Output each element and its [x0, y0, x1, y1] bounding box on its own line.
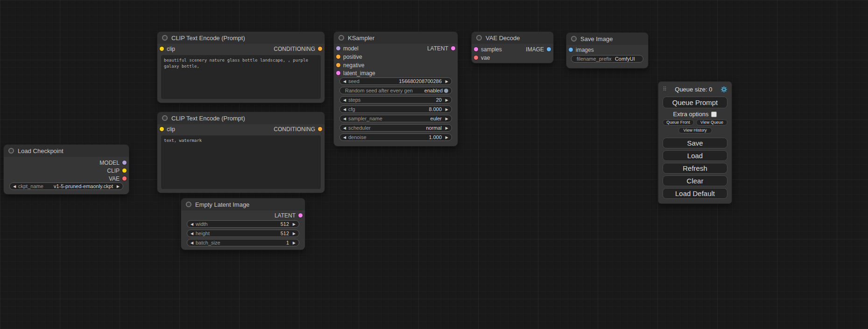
widget-scheduler[interactable]: ◀ scheduler normal ▶ — [339, 124, 452, 132]
save-button[interactable]: Save — [663, 138, 727, 148]
increment-arrow-icon[interactable]: ▶ — [443, 117, 448, 121]
output-port-image[interactable]: IMAGE — [526, 46, 551, 52]
refresh-button[interactable]: Refresh — [663, 163, 727, 174]
increment-arrow-icon[interactable]: ▶ — [443, 135, 448, 140]
widget-steps[interactable]: ◀ steps 20 ▶ — [339, 96, 452, 104]
output-port-model[interactable]: MODEL — [99, 160, 127, 166]
widget-width[interactable]: ◀ width 512 ▶ — [187, 220, 299, 228]
extra-options-checkbox[interactable] — [711, 112, 717, 117]
input-port-vae[interactable]: vae — [474, 55, 490, 61]
widget-ckpt-name[interactable]: ◀ ckpt_name v1-5-pruned-emaonly.ckpt ▶ — [9, 182, 123, 190]
clip-port-dot[interactable] — [122, 168, 127, 173]
collapse-dot-icon[interactable] — [571, 36, 577, 42]
node-empty-latent-image[interactable]: Empty Latent Image LATENT ◀ width 512 ▶ … — [181, 198, 305, 250]
node-title-bar[interactable]: CLIP Text Encode (Prompt) — [157, 32, 325, 44]
widget-filename-prefix[interactable]: filename_prefix ComfyUI — [571, 55, 643, 63]
vae-port-dot[interactable] — [122, 176, 127, 181]
conditioning-port-dot[interactable] — [318, 127, 322, 131]
decrement-arrow-icon[interactable]: ◀ — [191, 231, 196, 236]
node-vae-decode[interactable]: VAE Decode samples vae IMAGE — [472, 32, 553, 63]
node-title-bar[interactable]: VAE Decode — [472, 32, 553, 44]
node-ksampler[interactable]: KSampler model positive negative latent_… — [334, 32, 458, 146]
widget-denoise[interactable]: ◀ denoise 1.000 ▶ — [339, 133, 452, 141]
collapse-dot-icon[interactable] — [162, 35, 168, 41]
input-port-positive[interactable]: positive — [336, 54, 362, 60]
decrement-arrow-icon[interactable]: ◀ — [191, 241, 196, 245]
queue-menu-panel[interactable]: ⠿ Queue size: 0 Queue Prompt Extra optio… — [658, 82, 732, 203]
node-title-bar[interactable]: Load Checkpoint — [4, 145, 129, 157]
input-port-clip[interactable]: clip — [160, 46, 175, 52]
input-port-model[interactable]: model — [336, 45, 359, 51]
decrement-arrow-icon[interactable]: ◀ — [343, 98, 348, 102]
output-port-latent[interactable]: LATENT — [427, 45, 455, 51]
load-button[interactable]: Load — [663, 150, 727, 161]
decrement-arrow-icon[interactable]: ◀ — [343, 107, 348, 112]
gear-icon[interactable] — [720, 86, 727, 93]
increment-arrow-icon[interactable]: ▶ — [443, 79, 448, 84]
clip-port-dot[interactable] — [160, 47, 164, 51]
latent-port-dot[interactable] — [336, 71, 340, 75]
model-port-dot[interactable] — [122, 161, 127, 165]
clear-button[interactable]: Clear — [663, 175, 727, 186]
image-port-dot[interactable] — [547, 47, 551, 51]
output-port-latent[interactable]: LATENT — [275, 212, 303, 218]
toggle-indicator[interactable] — [444, 89, 448, 93]
widget-random-seed[interactable]: Random seed after every gen enabled — [339, 87, 452, 94]
conditioning-port-dot[interactable] — [318, 47, 322, 51]
widget-height[interactable]: ◀ height 512 ▶ — [187, 230, 299, 237]
node-clip-text-encode-negative[interactable]: CLIP Text Encode (Prompt) clip CONDITION… — [157, 112, 325, 193]
prompt-textarea[interactable]: text, watermark — [161, 135, 321, 189]
input-port-negative[interactable]: negative — [336, 62, 364, 68]
view-queue-button[interactable]: View Queue — [696, 119, 727, 126]
increment-arrow-icon[interactable]: ▶ — [114, 184, 120, 189]
node-load-checkpoint[interactable]: Load Checkpoint MODEL CLIP VAE ◀ ckpt_na… — [4, 145, 129, 194]
node-title-bar[interactable]: KSampler — [334, 32, 458, 44]
conditioning-port-dot[interactable] — [336, 63, 340, 67]
conditioning-port-dot[interactable] — [336, 55, 340, 59]
widget-batch-size[interactable]: ◀ batch_size 1 ▶ — [187, 239, 299, 246]
output-port-clip[interactable]: CLIP — [107, 168, 127, 174]
decrement-arrow-icon[interactable]: ◀ — [13, 184, 18, 189]
decrement-arrow-icon[interactable]: ◀ — [343, 126, 348, 130]
output-port-vae[interactable]: VAE — [109, 175, 127, 182]
increment-arrow-icon[interactable]: ▶ — [290, 222, 296, 226]
increment-arrow-icon[interactable]: ▶ — [290, 241, 296, 245]
node-title-bar[interactable]: Empty Latent Image — [181, 198, 305, 210]
decrement-arrow-icon[interactable]: ◀ — [343, 79, 348, 84]
load-default-button[interactable]: Load Default — [663, 188, 727, 199]
input-port-latent-image[interactable]: latent_image — [336, 70, 375, 76]
view-history-button[interactable]: View History — [678, 127, 712, 133]
decrement-arrow-icon[interactable]: ◀ — [343, 117, 348, 121]
latent-port-dot[interactable] — [298, 213, 303, 217]
node-title-bar[interactable]: Save Image — [566, 33, 648, 45]
increment-arrow-icon[interactable]: ▶ — [443, 126, 448, 130]
collapse-dot-icon[interactable] — [186, 202, 191, 207]
node-graph-canvas[interactable]: Load Checkpoint MODEL CLIP VAE ◀ ckpt_na… — [0, 0, 868, 329]
increment-arrow-icon[interactable]: ▶ — [443, 98, 448, 102]
vae-port-dot[interactable] — [474, 56, 478, 60]
latent-port-dot[interactable] — [451, 46, 455, 50]
input-port-samples[interactable]: samples — [474, 46, 502, 52]
collapse-dot-icon[interactable] — [8, 148, 14, 154]
input-port-clip[interactable]: clip — [160, 126, 175, 132]
decrement-arrow-icon[interactable]: ◀ — [191, 222, 196, 226]
decrement-arrow-icon[interactable]: ◀ — [343, 135, 348, 140]
increment-arrow-icon[interactable]: ▶ — [443, 107, 448, 112]
latent-port-dot[interactable] — [474, 47, 478, 51]
widget-seed[interactable]: ◀ seed 156680208700286 ▶ — [339, 77, 452, 85]
collapse-dot-icon[interactable] — [339, 35, 344, 41]
widget-sampler-name[interactable]: ◀ sampler_name euler ▶ — [339, 115, 452, 122]
output-port-conditioning[interactable]: CONDITIONING — [274, 46, 322, 52]
collapse-dot-icon[interactable] — [162, 115, 168, 121]
output-port-conditioning[interactable]: CONDITIONING — [274, 126, 322, 132]
input-port-images[interactable]: images — [569, 47, 594, 53]
queue-prompt-button[interactable]: Queue Prompt — [663, 97, 727, 108]
model-port-dot[interactable] — [336, 46, 340, 50]
node-clip-text-encode-positive[interactable]: CLIP Text Encode (Prompt) clip CONDITION… — [157, 32, 325, 103]
queue-front-button[interactable]: Queue Front — [663, 119, 694, 126]
increment-arrow-icon[interactable]: ▶ — [290, 231, 296, 236]
image-port-dot[interactable] — [569, 48, 573, 52]
collapse-dot-icon[interactable] — [476, 35, 482, 41]
node-title-bar[interactable]: CLIP Text Encode (Prompt) — [157, 112, 325, 124]
widget-cfg[interactable]: ◀ cfg 8.000 ▶ — [339, 105, 452, 113]
